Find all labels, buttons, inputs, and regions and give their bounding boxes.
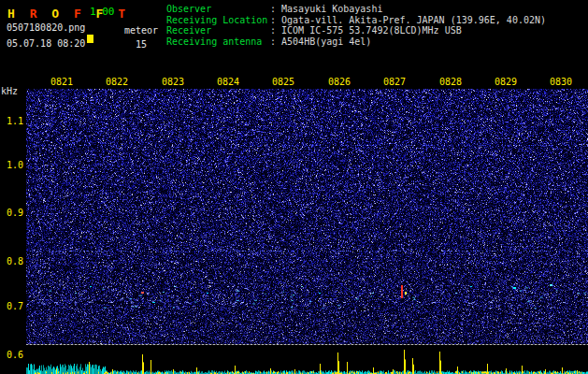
info-label: Observer <box>166 4 270 15</box>
title-letter: T <box>118 7 131 21</box>
signal-strength-canvas <box>26 346 588 374</box>
title-letter: O <box>51 7 65 21</box>
freq-tick: 0.9 <box>0 208 23 218</box>
info-separator: : <box>270 25 281 36</box>
title-letter: R <box>30 7 43 21</box>
output-filename: 0507180820.png <box>7 22 85 33</box>
observation-datetime: 05.07.18 08:20 <box>7 38 85 49</box>
info-row-observer: Observer: Masayuki Kobayashi <box>166 4 546 15</box>
freq-tick: 1.1 <box>0 116 23 126</box>
hrofft-window: H R O F F T 1.00 0507180820.png 05.07.18… <box>0 0 588 374</box>
info-separator: : <box>270 36 281 47</box>
time-tick: 0825 <box>267 77 299 87</box>
info-row-location: Receiving Location: Ogata-vill. Akita-Pr… <box>166 15 546 26</box>
info-label: Receiver <box>166 25 270 36</box>
time-tick: 0823 <box>157 77 189 87</box>
time-tick: 0821 <box>46 77 78 87</box>
time-tick: 0827 <box>379 77 410 87</box>
info-row-antenna: Receiving antenna: A504HB(yagi 4el) <box>166 36 546 48</box>
app-version: 1.00 <box>90 6 115 18</box>
info-value: Masayuki Kobayashi <box>281 4 382 14</box>
info-value: ICOM IC-575 53.7492(8LCD)MHz USB <box>281 25 462 36</box>
freq-tick: 0.8 <box>0 256 23 266</box>
info-row-receiver: Receiver: ICOM IC-575 53.7492(8LCD)MHz U… <box>166 25 546 36</box>
freq-tick: 0.6 <box>0 350 23 360</box>
spectrogram-canvas <box>26 89 588 344</box>
time-tick: 0830 <box>545 77 577 87</box>
panel-separator <box>26 344 588 345</box>
info-label: Receiving antenna <box>166 36 270 48</box>
info-value: A504HB(yagi 4el) <box>281 36 371 47</box>
info-separator: : <box>270 15 281 25</box>
freq-tick: 0.7 <box>0 301 23 311</box>
info-value: Ogata-vill. Akita-Pref. JAPAN (139.96E, … <box>281 15 546 25</box>
time-tick: 0824 <box>212 77 244 87</box>
time-tick: 0829 <box>490 77 522 87</box>
time-tick: 0826 <box>323 77 355 87</box>
info-separator: : <box>270 4 281 14</box>
time-tick: 0822 <box>101 77 133 87</box>
freq-unit-label: kHz <box>1 86 18 96</box>
status-block-icon <box>87 35 93 43</box>
freq-tick: 1.0 <box>0 160 23 170</box>
title-letter: H <box>7 7 21 21</box>
time-tick: 0828 <box>435 77 466 87</box>
meteor-counter-value: 15 <box>136 39 147 50</box>
title-letter: F <box>74 7 87 21</box>
station-info-panel: Observer: Masayuki Kobayashi Receiving L… <box>166 4 546 47</box>
meteor-counter-label: meteor <box>124 25 158 36</box>
info-label: Receiving Location <box>166 15 270 26</box>
